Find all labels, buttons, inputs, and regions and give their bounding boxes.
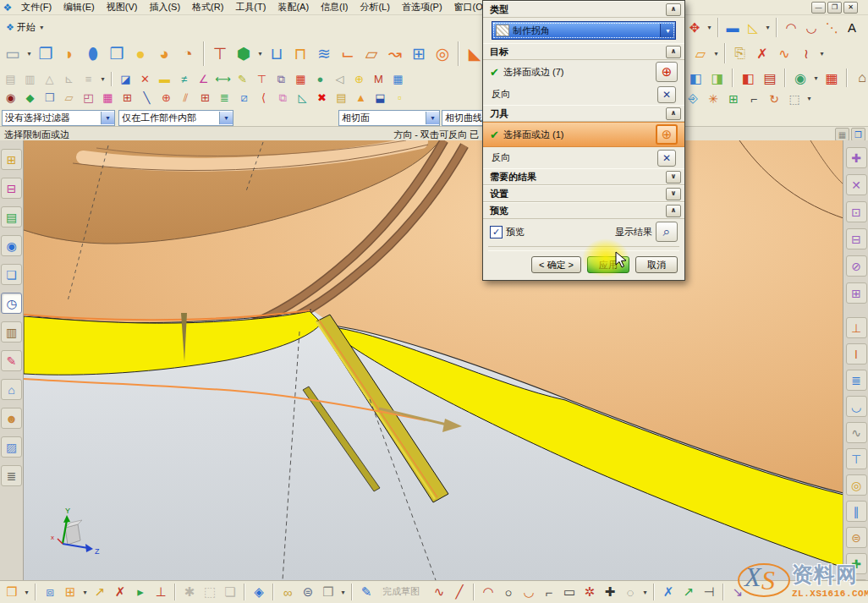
key-page-icon[interactable]: ⎘	[730, 43, 750, 63]
target-crosshair-button[interactable]: ⊕	[656, 62, 678, 82]
mass-icon[interactable]: M	[370, 71, 387, 88]
constrain-icon[interactable]: ▸	[131, 583, 150, 601]
stack-tool-icon[interactable]: ≣	[846, 370, 867, 391]
dropdown-arrow-icon[interactable]: ▼	[101, 112, 114, 124]
electrode-tool-icon[interactable]: ⊥	[846, 317, 867, 338]
menu-item-1[interactable]: 编辑(E)	[58, 1, 101, 13]
status-grid-icon[interactable]: ▦	[835, 128, 849, 141]
rectangle-tool-icon[interactable]: ▭	[560, 583, 579, 601]
measure-distance-icon[interactable]: ✕	[136, 71, 154, 88]
surface-icon[interactable]: ◧	[685, 68, 706, 88]
mold-trim-icon[interactable]: ✕	[846, 174, 867, 195]
triangle-icon[interactable]: ◺	[294, 90, 311, 107]
menu-item-5[interactable]: 工具(T)	[229, 1, 272, 13]
dropdown-caret-icon[interactable]: ▾	[99, 75, 107, 83]
extend-icon[interactable]: ↗	[679, 583, 698, 601]
box-tool-icon[interactable]: ▱	[690, 43, 711, 63]
boolean-icon[interactable]: ⬢	[233, 42, 255, 66]
templates-icon[interactable]: ≣	[1, 465, 22, 486]
curve-tool-icon[interactable]: ≡	[80, 71, 97, 88]
display-icon[interactable]: ◉	[2, 90, 19, 107]
delete-icon[interactable]: ✖	[313, 90, 331, 107]
dropdown-caret-icon[interactable]: ▾	[641, 589, 649, 596]
collapse-icon[interactable]: ∧	[666, 3, 681, 16]
dropdown-caret-icon[interactable]: ▾	[712, 50, 720, 58]
sphere-icon[interactable]: ●	[129, 42, 151, 66]
dropdown-caret-icon[interactable]: ▾	[706, 24, 713, 31]
type-dropdown[interactable]: 制作拐角 ▼	[492, 21, 676, 40]
tool-select-row[interactable]: ✔ 选择面或边 (1) ⊕	[483, 122, 684, 147]
graphics-window[interactable]: Y Z x	[23, 140, 843, 580]
mirror-component-icon[interactable]: ✗	[111, 583, 129, 601]
half-icon[interactable]: ⬓	[371, 90, 389, 107]
text-tool-icon[interactable]: A	[843, 19, 861, 37]
extrude-icon[interactable]: ❐	[35, 42, 57, 66]
profile-icon[interactable]: ∿	[430, 583, 448, 601]
wireframe-icon[interactable]: ❒	[41, 90, 58, 107]
section-preview[interactable]: 预览 ∧	[483, 202, 684, 219]
line-icon[interactable]: ╲	[138, 90, 156, 107]
fillet-tool-icon[interactable]: ◡	[519, 583, 538, 601]
expand-icon[interactable]: ∨	[666, 188, 681, 200]
arrow-menu-icon[interactable]: ↘	[728, 583, 743, 601]
scroll-tool-icon[interactable]: ⊜	[846, 527, 867, 548]
show-result-button[interactable]: ⌕	[656, 222, 678, 242]
components-icon[interactable]: ⧈	[41, 583, 59, 601]
menu-item-6[interactable]: 装配(A)	[272, 1, 315, 13]
folder-icon[interactable]: ▤	[332, 90, 350, 107]
sweep-icon[interactable]: ↝	[384, 42, 406, 66]
span-icon[interactable]: ⟷	[214, 71, 232, 88]
sheet-grid-icon[interactable]: ▤	[760, 68, 780, 88]
constraint-navigator-icon[interactable]: ⊟	[1, 178, 22, 199]
sketch-task-icon[interactable]: ✎	[357, 583, 376, 601]
corner-icon[interactable]: ⌐	[744, 90, 763, 107]
note-tool-icon[interactable]: ∿	[846, 422, 867, 443]
gear-icon[interactable]: ✳	[704, 90, 722, 107]
boxes-grey-icon[interactable]: ⬚	[201, 583, 219, 601]
mold-workpiece-icon[interactable]: ⊞	[846, 282, 867, 304]
reuse-library-icon[interactable]: ◉	[1, 235, 22, 256]
annotate-icon[interactable]: ✎	[233, 71, 251, 88]
menu-item-8[interactable]: 分析(L)	[354, 1, 395, 13]
preview-checkbox[interactable]: ✓	[490, 226, 503, 238]
dropdown-caret-icon[interactable]: ▾	[764, 24, 772, 31]
surface2-icon[interactable]: ◨	[707, 68, 728, 88]
angle-icon[interactable]: ∠	[195, 71, 212, 88]
viewport-3d-scene[interactable]: Y Z x	[24, 140, 843, 580]
perpendicular-icon[interactable]: ⊥	[151, 583, 170, 601]
dropdown-arrow-icon[interactable]: ▼	[219, 112, 233, 124]
arc-tool-icon[interactable]: ◠	[479, 583, 497, 601]
dimension-icon[interactable]: ▬	[723, 19, 742, 37]
wave-link-icon[interactable]: ◈	[250, 583, 268, 601]
move-component-icon[interactable]: ↗	[91, 583, 109, 601]
collapse-icon[interactable]: ∧	[666, 205, 681, 217]
dropdown-caret-icon[interactable]: ▾	[805, 95, 813, 102]
assembly-navigator-icon[interactable]: ⊞	[1, 149, 22, 170]
chamfer-tool-icon[interactable]: ⌐	[540, 583, 558, 601]
mesh-icon[interactable]: ▦	[821, 68, 842, 88]
pattern-grey-icon[interactable]: ✱	[180, 583, 199, 601]
colors-icon[interactable]: ▦	[99, 90, 117, 107]
target-icon[interactable]: ⊕	[350, 71, 368, 88]
bolt-icon[interactable]: ⎆	[684, 90, 702, 107]
plane-icon[interactable]: ▱	[60, 90, 78, 107]
bridge-tool-icon[interactable]: ◡	[846, 396, 867, 417]
book-icon[interactable]: ⌂	[852, 68, 866, 88]
analysis-icon[interactable]: ●	[311, 71, 329, 88]
block-icon[interactable]: ❒	[106, 42, 128, 66]
grid-icon[interactable]: ▦	[389, 71, 407, 88]
studio-spline-icon[interactable]: ◌	[621, 583, 640, 601]
snap-icon[interactable]: ◆	[21, 90, 39, 107]
arc-icon[interactable]: ◠	[782, 19, 800, 37]
sheet-icon[interactable]: ⧉	[274, 90, 292, 107]
sketch-grid-icon[interactable]: ▦	[377, 583, 382, 601]
clip-icon[interactable]: ⧄	[235, 90, 253, 107]
apply-button[interactable]: 应用	[587, 256, 629, 273]
collapse-icon[interactable]: ∧	[666, 107, 681, 120]
polygon-tool-icon[interactable]: ✲	[580, 583, 599, 601]
wheel-tool-icon[interactable]: ◎	[846, 474, 867, 496]
arc2-icon[interactable]: ◡	[802, 19, 821, 37]
move-icon[interactable]: ✥	[685, 19, 704, 37]
section-icon[interactable]: ◁	[331, 71, 349, 88]
origin-icon[interactable]: ⊕	[157, 90, 175, 107]
